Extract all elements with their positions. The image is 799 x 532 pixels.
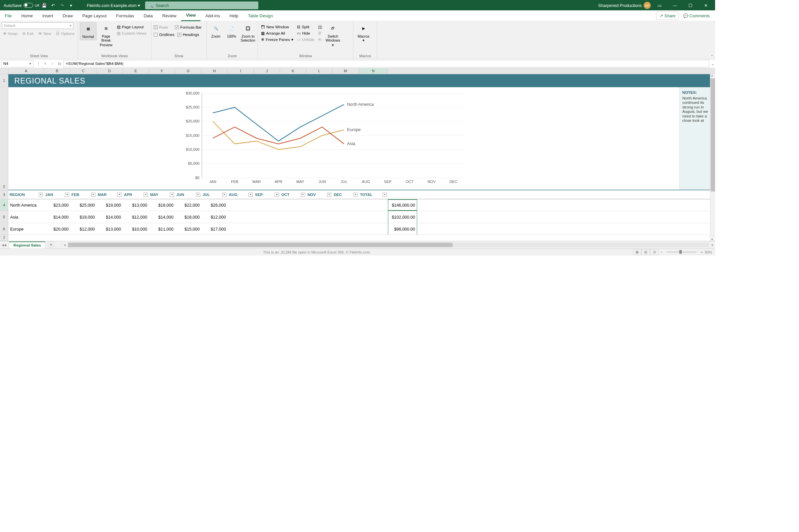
row-header[interactable]: 4 xyxy=(0,199,8,211)
filter-icon[interactable]: ▾ xyxy=(353,193,357,197)
data-cell[interactable] xyxy=(254,223,280,234)
total-cell[interactable]: $146,000.00 xyxy=(388,199,417,211)
col-header[interactable]: B xyxy=(44,68,70,74)
col-header[interactable]: K xyxy=(280,68,306,74)
data-cell[interactable] xyxy=(359,199,388,211)
col-header[interactable]: N xyxy=(359,68,388,74)
data-cell[interactable]: $18,000 xyxy=(149,199,175,211)
scrollbar-thumb[interactable] xyxy=(711,78,715,191)
data-cell[interactable]: $14,000 xyxy=(149,211,175,223)
tab-data[interactable]: Data xyxy=(139,10,157,21)
data-cell[interactable] xyxy=(306,199,333,211)
account-avatar[interactable]: SP xyxy=(644,2,651,8)
data-cell[interactable]: $10,000 xyxy=(123,223,149,234)
total-cell[interactable]: $102,000.00 xyxy=(388,211,417,223)
zoom-to-selection-button[interactable]: 🔲Zoom to Selection xyxy=(240,22,256,44)
data-cell[interactable] xyxy=(228,223,254,234)
row-header[interactable]: 3 xyxy=(0,190,8,199)
sheetview-dropdown[interactable]: Default▾ xyxy=(2,22,73,29)
table-header-cell[interactable]: REGION▾ xyxy=(8,190,44,199)
sheet-nav-prev-icon[interactable]: ◂ xyxy=(2,242,4,248)
sync-scroll-button[interactable]: ⇵ xyxy=(317,30,323,36)
table-header-cell[interactable]: FEB▾ xyxy=(70,190,96,199)
close-icon[interactable]: ✕ xyxy=(699,0,713,10)
arrange-all-button[interactable]: ▦Arrange All xyxy=(260,30,295,36)
redo-icon[interactable]: ↷ xyxy=(58,1,66,9)
switch-windows-button[interactable]: 🗗Switch Windows ▾ xyxy=(324,22,341,48)
chart[interactable]: $0$5,000$10,000$15,000$20,000$25,000$30,… xyxy=(8,87,680,190)
expand-formula-icon[interactable]: ⌄ xyxy=(710,61,715,66)
data-cell[interactable] xyxy=(333,223,359,234)
filter-icon[interactable]: ▾ xyxy=(91,193,95,197)
data-cell[interactable]: $17,000 xyxy=(201,223,228,234)
data-cell[interactable] xyxy=(306,211,333,223)
filename[interactable]: FileInfo.com Example.xlsm ▾ xyxy=(87,3,140,8)
macros-button[interactable]: ▶Macros▾ xyxy=(355,22,372,44)
data-cell[interactable]: $14,000 xyxy=(96,211,123,223)
tab-formulas[interactable]: Formulas xyxy=(111,10,139,21)
table-row[interactable]: North America$23,000$25,000$19,000$13,00… xyxy=(8,199,715,211)
row-header[interactable]: 5 xyxy=(0,211,8,223)
table-header-cell[interactable]: APR▾ xyxy=(123,190,149,199)
unhide-button[interactable]: ▭Unhide xyxy=(296,37,316,42)
select-all-corner[interactable] xyxy=(0,68,8,74)
col-header[interactable]: H xyxy=(201,68,228,74)
filter-icon[interactable]: ▾ xyxy=(275,193,279,197)
new-button[interactable]: 👁New xyxy=(37,31,53,36)
table-header-cell[interactable]: OCT▾ xyxy=(280,190,306,199)
page-layout-view-icon[interactable]: ▤ xyxy=(642,249,650,255)
share-button[interactable]: ↗ Share xyxy=(656,11,679,20)
data-cell[interactable]: $11,000 xyxy=(149,223,175,234)
tab-page-layout[interactable]: Page Layout xyxy=(78,10,112,21)
col-header[interactable]: I xyxy=(228,68,254,74)
data-cell[interactable] xyxy=(254,211,280,223)
pagebreak-view-button[interactable]: ⊞ Page Break Preview xyxy=(98,22,114,48)
tab-home[interactable]: Home xyxy=(17,10,38,21)
row-header[interactable]: 7 xyxy=(0,235,8,241)
cancel-formula-icon[interactable]: ⋮ xyxy=(35,60,42,67)
tab-insert[interactable]: Insert xyxy=(38,10,58,21)
data-cell[interactable]: $14,000 xyxy=(44,211,70,223)
zoom-level[interactable]: 90% xyxy=(705,250,712,254)
maximize-icon[interactable]: ☐ xyxy=(684,0,697,10)
data-cell[interactable]: $22,000 xyxy=(175,199,201,211)
row-header[interactable]: 2 xyxy=(0,87,8,190)
col-header[interactable]: D xyxy=(96,68,123,74)
filter-icon[interactable]: ▾ xyxy=(248,193,253,197)
hide-button[interactable]: ▭Hide xyxy=(296,30,316,36)
hscroll-right-icon[interactable]: ▸ xyxy=(710,243,715,247)
collapse-ribbon-icon[interactable]: ⌃ xyxy=(710,54,713,59)
data-cell[interactable]: $12,000 xyxy=(70,223,96,234)
data-cell[interactable]: $26,000 xyxy=(201,199,228,211)
data-cell[interactable]: $13,000 xyxy=(123,199,149,211)
page-layout-button[interactable]: ▤Page Layout xyxy=(115,24,148,30)
formulabar-checkbox[interactable]: Formula Bar xyxy=(174,24,202,30)
col-header[interactable]: E xyxy=(123,68,149,74)
new-window-button[interactable]: 🗔New Window xyxy=(260,24,295,30)
filter-icon[interactable]: ▾ xyxy=(327,193,332,197)
tab-view[interactable]: View xyxy=(181,10,200,21)
zoom-out-icon[interactable]: − xyxy=(661,250,663,254)
data-cell[interactable] xyxy=(280,211,306,223)
qat-customize-icon[interactable]: ▾ xyxy=(67,1,75,9)
table-row[interactable]: Europe$20,000$12,000$13,000$10,000$11,00… xyxy=(8,223,715,235)
col-header[interactable]: C xyxy=(70,68,96,74)
tab-addins[interactable]: Add-ins xyxy=(200,10,225,21)
table-header-cell[interactable]: TOTAL▾ xyxy=(359,190,388,199)
filter-icon[interactable]: ▾ xyxy=(65,193,69,197)
filter-icon[interactable]: ▾ xyxy=(222,193,227,197)
tab-table-design[interactable]: Table Design xyxy=(243,10,278,21)
filter-icon[interactable]: ▾ xyxy=(170,193,174,197)
tab-draw[interactable]: Draw xyxy=(58,10,78,21)
hscroll-left-icon[interactable]: ◂ xyxy=(62,243,68,247)
sheet-tab[interactable]: Regional Sales xyxy=(9,241,45,248)
region-cell[interactable]: North America xyxy=(8,199,44,211)
zoom-button[interactable]: 🔍Zoom xyxy=(209,22,223,40)
data-cell[interactable]: $12,000 xyxy=(201,211,228,223)
col-header[interactable]: F xyxy=(149,68,175,74)
region-cell[interactable]: Asia xyxy=(8,211,44,223)
data-cell[interactable] xyxy=(280,199,306,211)
data-cell[interactable]: $23,000 xyxy=(44,199,70,211)
normal-view-icon[interactable]: ▦ xyxy=(633,249,641,255)
table-header-cell[interactable]: DEC▾ xyxy=(333,190,359,199)
